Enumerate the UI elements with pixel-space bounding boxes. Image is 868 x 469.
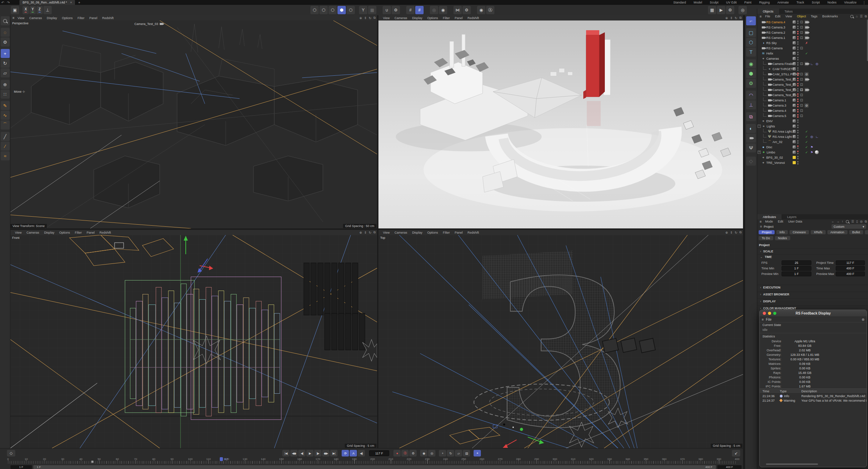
visibility-dots[interactable] — [797, 125, 799, 128]
camera-tag[interactable] — [804, 77, 809, 82]
prev-frame-button[interactable]: ◀| — [298, 450, 306, 457]
timeline-ruler[interactable]: 0102030405060708090100110120130140150160… — [0, 458, 743, 464]
render-settings-button[interactable]: ⚙ — [726, 6, 734, 14]
document-tab[interactable]: BPS_30_09_Ren...edShift.c4d * × — [19, 0, 75, 5]
spline-smooth-button[interactable]: ≈ — [1, 151, 10, 160]
light-button[interactable]: Ψ — [746, 143, 756, 152]
snap-settings-button[interactable]: ⚙ — [392, 6, 400, 14]
primitive-cube-button[interactable]: ⬡ — [746, 38, 756, 47]
tree-row-tre-voronoi[interactable]: ⌖TRE_Voronoi — [757, 160, 868, 165]
visibility-dots[interactable] — [797, 88, 799, 92]
polygons-mode-button[interactable]: ⬡ — [328, 6, 337, 14]
render-tag[interactable]: ⊡ — [800, 83, 803, 86]
section-scale[interactable]: ›SCALE — [757, 249, 868, 253]
tree-row-camera-5[interactable]: Camera.5⊡ — [757, 113, 868, 118]
menu-icon[interactable]: ≡ — [762, 318, 764, 321]
tree-row-disc[interactable]: ●Disc✓⚑ — [757, 144, 868, 150]
spline-pen-button[interactable]: ✎ — [1, 101, 10, 110]
viewport-perspective[interactable]: ≡ ViewCamerasDisplayOptionsFilterPanelRe… — [10, 15, 377, 228]
dolly-icon[interactable]: ⇕ — [730, 231, 733, 234]
visibility-dots[interactable] — [797, 114, 799, 118]
maximize-icon[interactable]: ⧉ — [374, 231, 376, 234]
key-scale-button[interactable]: ▱ — [455, 450, 462, 457]
tree-row-rs-camera-3[interactable]: RS Camera.3⊡ — [757, 25, 868, 30]
axis-z-toggle[interactable]: Z — [36, 6, 43, 14]
visibility-dots[interactable] — [797, 93, 799, 97]
axis-y-toggle[interactable]: Y — [30, 6, 36, 14]
tree-row-camera-test-02[interactable]: Camera_Test_02⊡ — [757, 82, 868, 87]
log-row[interactable]: 21:24:37WarningYour GPU has a lot of VRA… — [760, 398, 867, 403]
visibility-dots[interactable] — [797, 57, 799, 60]
null-axis-button[interactable]: ⊥ — [746, 100, 756, 109]
isolate-button[interactable]: ◉ — [477, 6, 485, 14]
protection-tag[interactable]: ⊘ — [804, 103, 809, 108]
popout-icon[interactable]: ⧉ — [865, 15, 867, 18]
enable-axis-button[interactable]: Y — [359, 6, 367, 14]
workspace-tab-rigging[interactable]: Rigging — [755, 1, 774, 4]
render-tag[interactable]: ⊡ — [800, 62, 803, 66]
target-tag[interactable]: ◎ — [815, 62, 819, 66]
tab-attributes[interactable]: Attributes — [757, 214, 782, 219]
menu-item-redshift[interactable]: Redshift — [465, 16, 481, 20]
edit-toggle[interactable] — [793, 104, 796, 107]
maximize-icon[interactable]: ⧉ — [740, 231, 742, 234]
edit-toggle[interactable] — [793, 20, 796, 24]
viewport-label[interactable]: Front — [12, 236, 19, 240]
viewport-front-canvas[interactable]: Front Grid Spacing : 5 cm — [10, 235, 377, 448]
menu-item-panel[interactable]: Panel — [452, 16, 465, 20]
enabled-check-icon[interactable]: ✓ — [804, 135, 809, 139]
collapse-icon[interactable]: − — [758, 125, 761, 128]
menu-item-display[interactable]: Display — [44, 16, 60, 20]
render-tag[interactable]: ⊡ — [800, 93, 803, 97]
key-rotation-button[interactable]: ↻ — [447, 450, 454, 457]
menu-item-edit[interactable]: Edit — [775, 220, 786, 223]
coordinate-manager-button[interactable]: ▣ — [11, 6, 19, 14]
edit-toggle[interactable] — [793, 41, 796, 44]
tree-row-rs-camera-4[interactable]: RS Camera.4⊡ — [757, 19, 868, 25]
edit-toggle[interactable] — [793, 135, 796, 138]
visibility-dots[interactable] — [797, 109, 799, 112]
menu-item-cameras[interactable]: Cameras — [392, 16, 410, 20]
undo-button[interactable]: ↶ — [0, 0, 6, 5]
camera-tag[interactable] — [804, 36, 809, 40]
menu-item-filter[interactable]: Filter — [440, 231, 452, 234]
visibility-dots[interactable] — [797, 78, 799, 81]
simulate-project-button[interactable]: ◉ — [439, 6, 447, 14]
fcurve-button[interactable]: ↙ — [732, 450, 740, 457]
visibility-dots[interactable] — [797, 52, 799, 55]
tree-row-cam-target[interactable]: ⌖CAM TARGET — [757, 66, 868, 72]
interactive-render-button[interactable]: ◎ — [738, 6, 747, 14]
workspace-tab-script[interactable]: Script — [808, 1, 824, 4]
section-asset-browser[interactable]: ›ASSET BROWSER — [757, 292, 868, 296]
edit-toggle[interactable] — [793, 47, 796, 50]
menu-item-redshift[interactable]: Redshift — [465, 231, 481, 234]
scale-button[interactable]: ▱ — [1, 68, 10, 77]
camera-tag[interactable] — [804, 20, 809, 24]
axis-x-toggle[interactable]: X — [23, 6, 29, 14]
rotate-view-icon[interactable]: ↻ — [735, 231, 737, 234]
sky-button[interactable]: ◐ — [746, 124, 756, 133]
camera-button[interactable] — [746, 134, 756, 143]
section-display[interactable]: ›DISPLAY — [757, 299, 868, 303]
menu-icon[interactable]: ≡ — [12, 16, 15, 20]
tab-layers[interactable]: Layers — [782, 214, 802, 219]
edit-toggle[interactable] — [793, 36, 796, 39]
next-frame-button[interactable]: |▶ — [314, 450, 322, 457]
section-time[interactable]: ⌄TIME — [757, 254, 868, 259]
workspace-tab-sculpt[interactable]: Sculpt — [706, 1, 722, 4]
visibility-dots[interactable] — [797, 151, 799, 154]
menu-item-filter[interactable]: Filter — [72, 231, 84, 234]
spline-sketch-button[interactable]: ∿ — [1, 111, 10, 120]
edit-toggle[interactable] — [793, 78, 796, 81]
attr-tab-nodes[interactable]: Nodes — [775, 236, 790, 240]
preview-marker[interactable] — [91, 461, 93, 463]
lock-icon[interactable]: ▯ — [856, 220, 858, 223]
menu-item-filter[interactable]: Filter — [440, 16, 452, 20]
render-tag[interactable]: ⊡ — [800, 25, 803, 29]
keying-settings-button[interactable]: ⚙ — [409, 450, 417, 457]
annotate-button[interactable]: Ⓐ — [486, 6, 494, 14]
rs-feedback-hscrollbar[interactable] — [766, 463, 818, 465]
expand-icon[interactable]: + — [758, 151, 761, 154]
dolly-icon[interactable]: ⇕ — [364, 16, 367, 20]
log-row[interactable]: 21:24:36InfoRendering BPS_30_09_Render_R… — [760, 394, 867, 398]
